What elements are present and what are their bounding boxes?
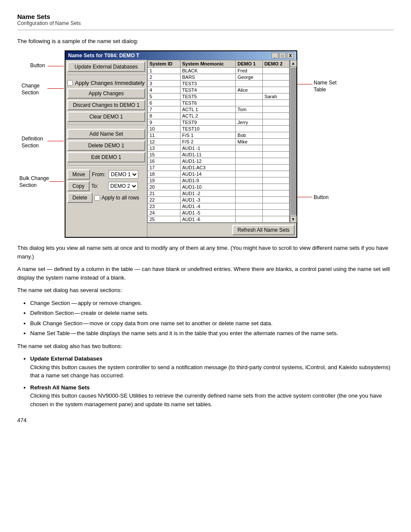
- maximize-btn[interactable]: □: [279, 53, 286, 59]
- table-cell-demo2: [262, 119, 289, 126]
- table-cell-demo2: Sarah: [262, 93, 289, 100]
- minimize-btn[interactable]: _: [271, 53, 278, 59]
- name-set-table-wrapper: System ID System Mnemonic DEMO 1 DEMO 2 …: [147, 60, 290, 223]
- table-row: 6TEST6: [148, 100, 290, 106]
- table-row: 23AUD1 -4: [148, 203, 290, 210]
- apply-changes-btn[interactable]: Apply Changes: [67, 88, 145, 99]
- table-cell-demo2: [262, 113, 289, 119]
- annotation-wrapper: Button ChangeSection DefinitionSection B…: [17, 50, 394, 238]
- table-cell-demo2: [262, 177, 289, 184]
- to-select[interactable]: DEMO 2: [108, 182, 138, 190]
- scroll-down-arrow[interactable]: ▼: [290, 216, 297, 223]
- table-row: 18AUD1-14: [148, 171, 290, 177]
- from-select[interactable]: DEMO 1: [109, 170, 138, 179]
- buttons-list-update: Update External Databases Clicking this …: [30, 355, 394, 380]
- table-cell-demo1: [236, 216, 262, 223]
- close-btn[interactable]: X: [287, 53, 294, 59]
- table-cell-id: 22: [148, 197, 181, 203]
- table-cell-demo2: [262, 184, 289, 190]
- table-cell-demo2: [262, 197, 289, 203]
- delete-demo-btn[interactable]: Delete DEMO 1: [67, 140, 145, 151]
- ann-bulk-change-line: [50, 181, 64, 182]
- delete-btn[interactable]: Delete: [67, 193, 93, 203]
- table-cell-demo2: [262, 106, 289, 113]
- table-row: 16AUD1-12: [148, 158, 290, 165]
- table-row: 10TEST10: [148, 126, 290, 132]
- table-row: 21AUD1 -2: [148, 190, 290, 197]
- table-cell-id: 15: [148, 152, 181, 158]
- table-cell-demo1: [236, 158, 262, 165]
- apply-all-rows-checkbox[interactable]: [94, 195, 100, 201]
- sections-list-item: Definition Section — create or delete na…: [30, 309, 394, 317]
- table-cell-id: 13: [148, 145, 181, 152]
- table-cell-id: 23: [148, 203, 181, 210]
- table-cell-demo1: [236, 126, 262, 132]
- table-cell-mnemonic: AUD1-9: [180, 177, 236, 184]
- table-row: 8ACTL 2: [148, 113, 290, 119]
- move-btn[interactable]: Move: [67, 169, 90, 180]
- scroll-thumb[interactable]: [290, 68, 296, 215]
- table-cell-mnemonic: AUD1 -6: [180, 216, 236, 223]
- table-cell-mnemonic: AUD1-14: [180, 171, 236, 177]
- table-cell-demo1: [236, 152, 262, 158]
- right-panel: System ID System Mnemonic DEMO 1 DEMO 2 …: [147, 60, 296, 237]
- sections-list-item: Bulk Change Section — move or copy data …: [30, 319, 394, 328]
- table-cell-id: 11: [148, 132, 181, 139]
- table-cell-id: 7: [148, 106, 181, 113]
- discard-btn[interactable]: Discard Changes to DEMO 1: [67, 100, 145, 110]
- table-cell-mnemonic: TEST4: [180, 87, 236, 93]
- body-para2: A name set — defined by a column in the …: [17, 265, 394, 282]
- table-cell-demo1: [236, 171, 262, 177]
- add-name-set-btn[interactable]: Add Name Set: [67, 129, 145, 139]
- table-cell-demo2: [262, 158, 289, 165]
- separator-2: [67, 125, 145, 126]
- refresh-desc: Clicking this button causes NV9000-SE Ut…: [30, 392, 382, 408]
- apply-immediately-checkbox[interactable]: [67, 80, 73, 86]
- apply-immediately-row: Apply Changes Immediately: [67, 79, 145, 87]
- move-row: Move From: DEMO 1: [67, 169, 145, 180]
- table-row: 9TEST9Jerry: [148, 119, 290, 126]
- table-row: 7ACTL 1Tom: [148, 106, 290, 113]
- table-row: 19AUD1-9: [148, 177, 290, 184]
- table-cell-demo2: [262, 126, 289, 132]
- table-cell-mnemonic: TEST9: [180, 119, 236, 126]
- scrollbar[interactable]: ▲ ▼: [290, 60, 296, 223]
- table-cell-demo2: [262, 165, 289, 171]
- intro-text: The following is a sample of the name se…: [17, 38, 394, 44]
- edit-demo-btn[interactable]: Edit DEMO 1: [67, 152, 145, 162]
- ann-refresh-btn-label: Button: [314, 194, 329, 201]
- table-cell-demo2: [262, 190, 289, 197]
- scroll-up-arrow[interactable]: ▲: [290, 60, 297, 67]
- ann-change-section-label: ChangeSection: [22, 83, 52, 96]
- table-row: 12F/S 2Mike: [148, 139, 290, 145]
- table-cell-id: 2: [148, 74, 181, 81]
- table-row: 15AUD1-11: [148, 152, 290, 158]
- table-cell-id: 18: [148, 171, 181, 177]
- table-cell-mnemonic: TEST10: [180, 126, 236, 132]
- copy-btn[interactable]: Copy: [67, 181, 90, 191]
- ann-name-set-table-label: Name SetTable: [314, 80, 348, 93]
- table-cell-mnemonic: AUD1-11: [180, 152, 236, 158]
- table-cell-demo2: [262, 152, 289, 158]
- table-cell-id: 16: [148, 158, 181, 165]
- table-cell-mnemonic: AUD1-12: [180, 158, 236, 165]
- table-cell-demo1: [236, 190, 262, 197]
- table-cell-demo2: [262, 210, 289, 216]
- table-row: 25AUD1 -6: [148, 216, 290, 223]
- col-system-id: System ID: [148, 60, 181, 68]
- ann-button-line: [47, 66, 64, 66]
- bulk-change-section: Move From: DEMO 1 Copy To: DEMO 2: [67, 169, 145, 203]
- clear-btn[interactable]: Clear DEMO 1: [67, 112, 145, 122]
- body-para1: This dialog lets you view all name sets …: [17, 244, 394, 261]
- table-cell-id: 8: [148, 113, 181, 119]
- ann-definition-line: [47, 141, 64, 141]
- table-cell-demo1: Mike: [236, 139, 262, 145]
- update-external-btn[interactable]: Update External Databases: [67, 62, 145, 72]
- table-cell-demo2: [262, 74, 289, 81]
- table-cell-id: 12: [148, 139, 181, 145]
- table-cell-mnemonic: F/S 2: [180, 139, 236, 145]
- table-cell-demo1: Alice: [236, 87, 262, 93]
- table-cell-demo2: [262, 139, 289, 145]
- refresh-btn[interactable]: Refresh All Name Sets: [232, 225, 295, 235]
- table-cell-id: 25: [148, 216, 181, 223]
